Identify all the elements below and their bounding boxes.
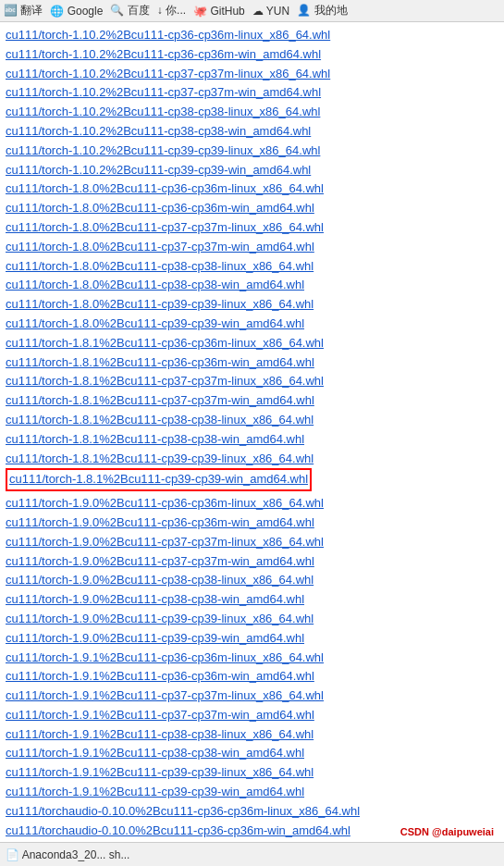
list-item[interactable]: cu111/torch-1.8.1%2Bcu111-cp37-cp37m-lin… [6, 372, 498, 391]
list-item[interactable]: cu111/torch-1.8.0%2Bcu111-cp39-cp39-linu… [6, 295, 498, 315]
list-item[interactable]: cu111/torch-1.9.0%2Bcu111-cp38-cp38-win_… [6, 590, 498, 610]
list-item[interactable]: cu111/torch-1.8.1%2Bcu111-cp39-cp39-win_… [6, 468, 312, 491]
list-item[interactable]: cu111/torch-1.10.2%2Bcu111-cp36-cp36m-wi… [6, 45, 498, 65]
list-item[interactable]: cu111/torch-1.9.0%2Bcu111-cp37-cp37m-lin… [6, 533, 498, 552]
yun-tool[interactable]: ☁ YUN [252, 5, 289, 18]
list-item[interactable]: cu111/torch-1.9.1%2Bcu111-cp38-cp38-win_… [6, 744, 498, 763]
list-item[interactable]: cu111/torch-1.10.2%2Bcu111-cp36-cp36m-li… [6, 26, 498, 45]
list-item[interactable]: cu111/torch-1.9.1%2Bcu111-cp36-cp36m-win… [6, 667, 498, 687]
list-item[interactable]: cu111/torch-1.9.0%2Bcu111-cp38-cp38-linu… [6, 571, 498, 590]
list-item[interactable]: cu111/torch-1.8.1%2Bcu111-cp37-cp37m-win… [6, 391, 498, 411]
list-item[interactable]: cu111/torch-1.8.0%2Bcu111-cp36-cp36m-lin… [6, 179, 498, 199]
list-item[interactable]: cu111/torch-1.8.0%2Bcu111-cp39-cp39-win_… [6, 315, 498, 334]
list-item[interactable]: cu111/torch-1.9.0%2Bcu111-cp39-cp39-linu… [6, 610, 498, 629]
list-item[interactable]: cu111/torch-1.8.0%2Bcu111-cp37-cp37m-lin… [6, 218, 498, 238]
list-item[interactable]: cu111/torch-1.9.1%2Bcu111-cp37-cp37m-win… [6, 706, 498, 725]
list-item[interactable]: cu111/torch-1.8.1%2Bcu111-cp39-cp39-linu… [6, 450, 498, 469]
list-item[interactable]: cu111/torch-1.10.2%2Bcu111-cp38-cp38-win… [6, 122, 498, 142]
bottom-bar-label: 📄 Anaconda3_20... sh... [6, 848, 129, 861]
list-item[interactable]: cu111/torch-1.8.0%2Bcu111-cp38-cp38-win_… [6, 276, 498, 295]
list-item[interactable]: cu111/torch-1.8.0%2Bcu111-cp36-cp36m-win… [6, 199, 498, 218]
list-item[interactable]: cu111/torch-1.10.2%2Bcu111-cp39-cp39-lin… [6, 142, 498, 161]
google-tool[interactable]: 🌐 Google [50, 5, 103, 18]
list-item[interactable]: cu111/torch-1.8.0%2Bcu111-cp38-cp38-linu… [6, 257, 498, 277]
list-item[interactable]: cu111/torch-1.10.2%2Bcu111-cp37-cp37m-wi… [6, 83, 498, 103]
link-list: cu111/torch-1.10.2%2Bcu111-cp36-cp36m-li… [0, 22, 504, 866]
list-item[interactable]: cu111/torch-1.9.0%2Bcu111-cp37-cp37m-win… [6, 552, 498, 572]
list-item[interactable]: cu111/torch-1.10.2%2Bcu111-cp38-cp38-lin… [6, 103, 498, 122]
list-item[interactable]: cu111/torch-1.8.1%2Bcu111-cp36-cp36m-lin… [6, 334, 498, 353]
list-item[interactable]: cu111/torch-1.9.0%2Bcu111-cp39-cp39-win_… [6, 629, 498, 649]
my-tool[interactable]: 👤 我的地 [297, 3, 347, 19]
list-item[interactable]: cu111/torch-1.9.1%2Bcu111-cp36-cp36m-lin… [6, 649, 498, 668]
list-item[interactable]: cu111/torch-1.10.2%2Bcu111-cp39-cp39-win… [6, 161, 498, 180]
list-item[interactable]: cu111/torch-1.10.2%2Bcu111-cp37-cp37m-li… [6, 65, 498, 84]
list-item[interactable]: cu111/torch-1.8.0%2Bcu111-cp37-cp37m-win… [6, 238, 498, 257]
browser-toolbar: 🔤 翻译 🌐 Google 🔍 百度 ↓ 你... 🐙 GitHub ☁ YUN… [0, 0, 504, 22]
baidu-tool[interactable]: 🔍 百度 [110, 3, 149, 19]
translate-tool[interactable]: 🔤 翻译 [4, 3, 43, 19]
list-item[interactable]: cu111/torchaudio-0.10.0%2Bcu111-cp36-cp3… [6, 802, 498, 822]
list-item[interactable]: cu111/torch-1.8.1%2Bcu111-cp38-cp38-win_… [6, 430, 498, 450]
bottom-bar: 📄 Anaconda3_20... sh... [0, 842, 504, 866]
down-tool[interactable]: ↓ 你... [157, 3, 186, 19]
list-item[interactable]: cu111/torch-1.9.0%2Bcu111-cp36-cp36m-lin… [6, 494, 498, 513]
list-item[interactable]: cu111/torch-1.9.1%2Bcu111-cp37-cp37m-lin… [6, 687, 498, 706]
list-item[interactable]: cu111/torch-1.9.1%2Bcu111-cp38-cp38-linu… [6, 725, 498, 745]
list-item[interactable]: cu111/torch-1.8.1%2Bcu111-cp36-cp36m-win… [6, 353, 498, 373]
watermark: CSDN @daipuweiai [398, 825, 497, 838]
list-item[interactable]: cu111/torch-1.9.0%2Bcu111-cp36-cp36m-win… [6, 513, 498, 533]
list-item[interactable]: cu111/torch-1.9.1%2Bcu111-cp39-cp39-linu… [6, 763, 498, 783]
list-item[interactable]: cu111/torch-1.8.1%2Bcu111-cp38-cp38-linu… [6, 411, 498, 430]
list-item[interactable]: cu111/torch-1.9.1%2Bcu111-cp39-cp39-win_… [6, 783, 498, 802]
github-tool[interactable]: 🐙 GitHub [193, 5, 245, 18]
